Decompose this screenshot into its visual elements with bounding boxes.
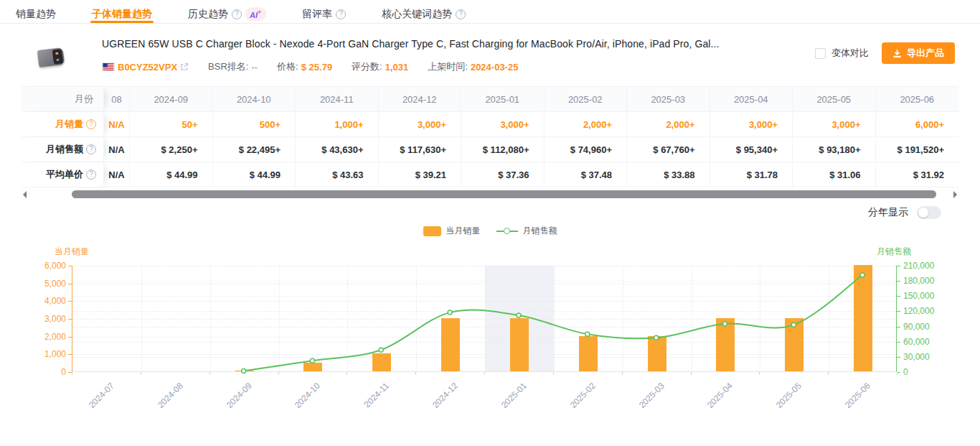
cell-monthly-sales: 3,000+ xyxy=(461,112,545,136)
scrollbar-thumb[interactable] xyxy=(72,190,936,198)
left-axis-tick: 0 xyxy=(0,368,66,376)
column-header: 2025-04 xyxy=(710,87,793,111)
legend-item-monthly-revenue[interactable]: 月销售额 xyxy=(496,225,557,237)
right-tick-mark xyxy=(897,342,900,343)
x-tick-mark xyxy=(828,372,829,375)
listed-date-label: 上架时间: xyxy=(428,60,468,73)
cell-monthly-revenue: $ 74,960+ xyxy=(545,137,628,162)
table-h-scrollbar[interactable] xyxy=(22,190,958,199)
cell-average-price: $ 43.63 xyxy=(296,162,379,187)
left-axis-tick: 6,000 xyxy=(0,261,66,270)
variant-compare-label[interactable]: 变体对比 xyxy=(831,47,869,60)
row-help-icon[interactable]: ? xyxy=(86,169,96,180)
cell-monthly-revenue: $ 22,495+ xyxy=(213,137,296,162)
scrollbar-right-arrow[interactable] xyxy=(953,191,957,198)
line-point-2024-11[interactable] xyxy=(379,348,383,352)
row-label-monthly-sales: 月销量? xyxy=(22,112,104,136)
right-tick-mark xyxy=(897,311,900,312)
tab-sales-trend[interactable]: 销量趋势 xyxy=(14,0,57,23)
left-axis-tick: 3,000 xyxy=(0,315,66,323)
tab-history-trend[interactable]: 历史趋势?AI+ xyxy=(187,0,268,23)
product-header: UGREEN 65W USB C Charger Block - Nexode … xyxy=(0,24,980,74)
monthly-metrics-table: 月份082024-092024-102024-112024-122025-012… xyxy=(22,86,958,187)
bar-swatch-icon xyxy=(423,226,441,236)
row-help-icon[interactable]: ? xyxy=(86,144,96,154)
x-tick-mark xyxy=(691,372,692,375)
right-axis-title: 月销售额 xyxy=(877,246,911,258)
x-tick-mark xyxy=(484,372,485,375)
download-icon xyxy=(892,49,902,58)
line-point-2024-10[interactable] xyxy=(310,358,314,363)
line-point-2025-03[interactable] xyxy=(654,335,659,340)
tab-help-icon[interactable]: ? xyxy=(336,9,346,19)
x-tick-mark xyxy=(72,372,72,375)
charger-illustration xyxy=(37,47,65,68)
scrollbar-left-arrow[interactable] xyxy=(23,191,27,198)
tab-help-icon[interactable]: ? xyxy=(232,9,242,19)
line-point-2024-12[interactable] xyxy=(448,310,452,315)
tab-core-keyword-trend[interactable]: 核心关键词趋势? xyxy=(380,0,467,23)
x-axis-label-2024-11: 2024-11 xyxy=(344,381,391,427)
bsr-label: BSR排名: xyxy=(208,60,248,73)
cell-monthly-revenue: $ 93,180+ xyxy=(793,137,876,162)
left-axis-tick: 4,000 xyxy=(0,297,66,305)
table-row-monthly-sales: 月销量?N/A50+500+1,000+3,000+3,000+2,000+2,… xyxy=(22,112,958,137)
left-axis-tick: 2,000 xyxy=(0,333,66,341)
external-link-icon[interactable] xyxy=(180,62,189,71)
rating-count-label: 评分数: xyxy=(352,60,382,73)
right-axis-tick: 180,000 xyxy=(903,277,934,285)
cell-monthly-sales: 50+ xyxy=(130,112,213,136)
line-point-2025-04[interactable] xyxy=(722,322,727,326)
column-header: 2025-03 xyxy=(627,87,710,111)
tab-label: 销量趋势 xyxy=(16,8,56,21)
left-tick-mark xyxy=(68,284,72,284)
line-point-2025-01[interactable] xyxy=(517,313,521,317)
legend-item-monthly-sales[interactable]: 当月销量 xyxy=(423,225,481,237)
cell-average-price: N/A xyxy=(104,162,130,187)
cell-monthly-sales: 3,000+ xyxy=(793,112,876,136)
tab-variant-sales-trend[interactable]: 子体销量趋势 xyxy=(90,0,154,23)
x-axis-label-2025-06: 2025-06 xyxy=(826,381,872,427)
product-image[interactable] xyxy=(34,41,67,74)
line-point-2025-02[interactable] xyxy=(585,332,590,336)
column-header: 2024-11 xyxy=(296,87,379,111)
month-column-header: 月份 xyxy=(22,87,104,111)
cell-monthly-sales: 2,000+ xyxy=(627,112,710,136)
column-header: 2025-06 xyxy=(876,87,959,111)
cell-monthly-revenue: $ 2,250+ xyxy=(130,137,213,162)
rating-count-value: 1,031 xyxy=(385,62,409,73)
export-product-button[interactable]: 导出产品 xyxy=(882,42,955,64)
right-axis-tick: 120,000 xyxy=(903,307,934,315)
cell-monthly-revenue: $ 117,630+ xyxy=(379,137,462,162)
row-label-average-price: 平均单价? xyxy=(22,162,104,187)
year-display-toggle[interactable] xyxy=(917,206,941,219)
x-tick-mark xyxy=(141,372,141,375)
right-axis-tick: 60,000 xyxy=(903,338,930,346)
line-point-2025-05[interactable] xyxy=(791,322,796,327)
x-axis-label-2024-08: 2024-08 xyxy=(138,381,185,427)
x-axis-label-2025-03: 2025-03 xyxy=(619,381,666,427)
tab-label: 历史趋势 xyxy=(188,8,228,21)
left-tick-mark xyxy=(68,319,72,320)
x-axis-label-2025-01: 2025-01 xyxy=(482,381,529,427)
row-label-monthly-revenue: 月销售额? xyxy=(22,137,104,162)
line-point-2024-09[interactable] xyxy=(242,368,246,373)
cell-monthly-sales: 500+ xyxy=(213,112,296,136)
column-header: 2025-01 xyxy=(461,87,545,111)
cell-average-price: $ 37.36 xyxy=(461,162,545,187)
variant-compare-checkbox[interactable] xyxy=(815,48,826,59)
line-point-2025-06[interactable] xyxy=(860,273,864,277)
tab-help-icon[interactable]: ? xyxy=(456,9,466,19)
tab-review-rate[interactable]: 留评率? xyxy=(301,0,347,23)
row-help-icon[interactable]: ? xyxy=(86,119,96,129)
x-tick-mark xyxy=(759,372,760,375)
cell-average-price: $ 37.48 xyxy=(545,162,628,187)
x-axis-label-2024-12: 2024-12 xyxy=(413,381,460,427)
column-header: 2024-10 xyxy=(213,87,296,111)
asin-link[interactable]: B0CYZ52VPX xyxy=(118,62,177,73)
ai-badge[interactable]: AI+ xyxy=(245,7,266,22)
left-tick-mark xyxy=(68,301,72,302)
revenue-line-series xyxy=(72,266,897,372)
left-tick-mark xyxy=(68,266,72,266)
x-axis-label-2024-09: 2024-09 xyxy=(207,381,253,427)
